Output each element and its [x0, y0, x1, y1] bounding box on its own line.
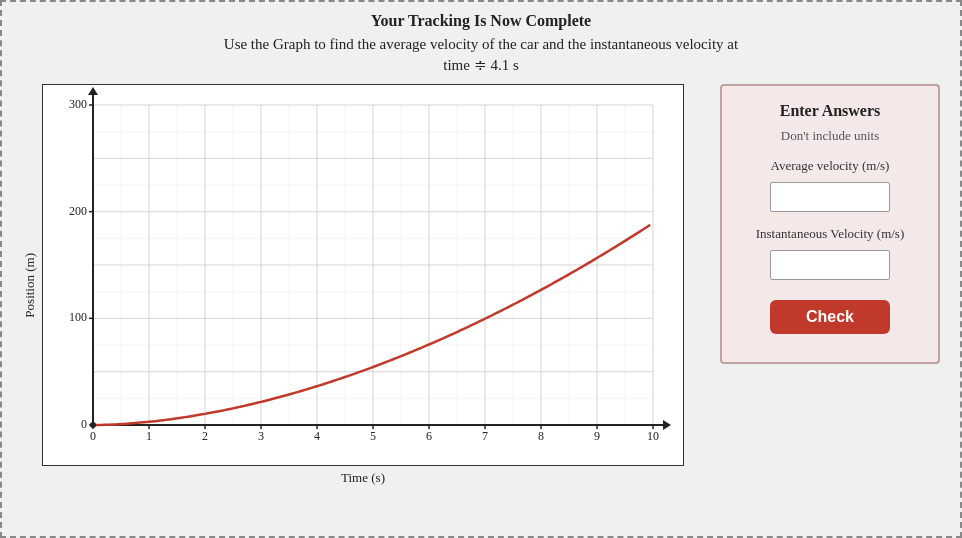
y-axis-label: Position (m)	[22, 253, 38, 318]
graph-area: Time (s)	[42, 84, 684, 486]
dont-include-units: Don't include units	[781, 128, 879, 144]
answer-title: Enter Answers	[780, 102, 881, 120]
answer-panel: Enter Answers Don't include units Averag…	[720, 84, 940, 364]
instruction-line2: time ≑ 4.1 s	[443, 57, 519, 73]
inst-velocity-label: Instantaneous Velocity (m/s)	[756, 226, 905, 242]
x-axis-label: Time (s)	[341, 470, 385, 486]
instruction-line1: Use the Graph to find the average veloci…	[224, 36, 738, 52]
graph-canvas	[42, 84, 684, 466]
title-bar: Your Tracking Is Now Complete	[371, 12, 591, 30]
avg-velocity-input[interactable]	[770, 182, 890, 212]
avg-velocity-label: Average velocity (m/s)	[771, 158, 890, 174]
graph-container: Position (m) Time (s)	[22, 84, 710, 486]
instruction: Use the Graph to find the average veloci…	[224, 34, 738, 76]
check-button[interactable]: Check	[770, 300, 890, 334]
inst-velocity-input[interactable]	[770, 250, 890, 280]
